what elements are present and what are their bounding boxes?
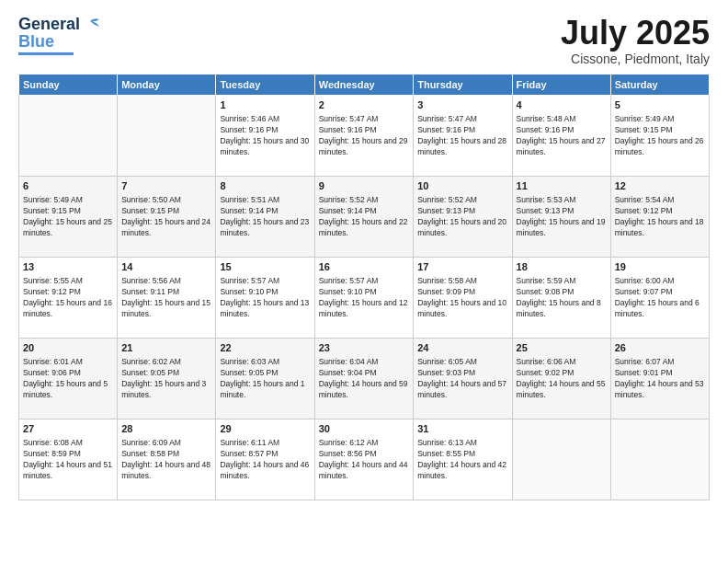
day-number: 22 — [220, 341, 310, 355]
day-number: 6 — [23, 179, 113, 193]
calendar-cell: 14Sunrise: 5:56 AMSunset: 9:11 PMDayligh… — [118, 257, 216, 338]
sunset-text: Sunset: 9:03 PM — [417, 368, 507, 379]
calendar-cell: 2Sunrise: 5:47 AMSunset: 9:16 PMDaylight… — [314, 95, 413, 176]
sunrise-text: Sunrise: 5:50 AM — [121, 195, 211, 206]
sunrise-text: Sunrise: 6:05 AM — [417, 357, 507, 368]
calendar-cell: 15Sunrise: 5:57 AMSunset: 9:10 PMDayligh… — [216, 257, 314, 338]
day-number: 25 — [517, 341, 607, 355]
week-row-4: 20Sunrise: 6:01 AMSunset: 9:06 PMDayligh… — [19, 338, 710, 419]
daylight-text: Daylight: 14 hours and 42 minutes. — [417, 460, 507, 482]
sunrise-text: Sunrise: 6:09 AM — [121, 438, 211, 449]
sunrise-text: Sunrise: 6:02 AM — [121, 357, 211, 368]
calendar-cell — [118, 95, 216, 176]
day-number: 9 — [319, 179, 409, 193]
sunset-text: Sunset: 9:07 PM — [615, 287, 705, 298]
header-sunday: Sunday — [19, 74, 118, 95]
calendar-cell: 23Sunrise: 6:04 AMSunset: 9:04 PMDayligh… — [314, 338, 413, 419]
daylight-text: Daylight: 15 hours and 16 minutes. — [23, 298, 113, 320]
header-monday: Monday — [118, 74, 216, 95]
sunset-text: Sunset: 9:12 PM — [23, 287, 113, 298]
daylight-text: Daylight: 15 hours and 20 minutes. — [417, 217, 507, 239]
calendar-cell: 25Sunrise: 6:06 AMSunset: 9:02 PMDayligh… — [512, 338, 610, 419]
daylight-text: Daylight: 15 hours and 12 minutes. — [319, 298, 409, 320]
daylight-text: Daylight: 14 hours and 48 minutes. — [121, 460, 211, 482]
calendar-cell: 20Sunrise: 6:01 AMSunset: 9:06 PMDayligh… — [19, 338, 118, 419]
sunrise-text: Sunrise: 6:08 AM — [23, 438, 113, 449]
sunrise-text: Sunrise: 6:11 AM — [220, 438, 310, 449]
calendar-cell: 28Sunrise: 6:09 AMSunset: 8:58 PMDayligh… — [118, 419, 216, 500]
sunset-text: Sunset: 8:56 PM — [319, 449, 409, 460]
day-number: 3 — [417, 98, 507, 112]
sunrise-text: Sunrise: 6:13 AM — [417, 438, 507, 449]
sunset-text: Sunset: 9:12 PM — [615, 206, 705, 217]
day-number: 2 — [319, 98, 409, 112]
logo-blue: Blue — [18, 32, 54, 52]
sunrise-text: Sunrise: 5:57 AM — [220, 276, 310, 287]
calendar-cell: 9Sunrise: 5:52 AMSunset: 9:14 PMDaylight… — [314, 176, 413, 257]
calendar-cell: 21Sunrise: 6:02 AMSunset: 9:05 PMDayligh… — [118, 338, 216, 419]
logo-general: General — [18, 15, 80, 34]
daylight-text: Daylight: 15 hours and 15 minutes. — [121, 298, 211, 320]
sunrise-text: Sunrise: 5:54 AM — [615, 195, 705, 206]
calendar-cell: 12Sunrise: 5:54 AMSunset: 9:12 PMDayligh… — [610, 176, 709, 257]
daylight-text: Daylight: 15 hours and 23 minutes. — [220, 217, 310, 239]
sunrise-text: Sunrise: 6:00 AM — [615, 276, 705, 287]
sunrise-text: Sunrise: 5:52 AM — [319, 195, 409, 206]
sunrise-text: Sunrise: 5:49 AM — [23, 195, 113, 206]
day-number: 20 — [23, 341, 113, 355]
month-title: July 2025 — [561, 15, 710, 52]
header-tuesday: Tuesday — [216, 74, 314, 95]
sunset-text: Sunset: 9:15 PM — [615, 125, 705, 136]
daylight-text: Daylight: 14 hours and 53 minutes. — [615, 379, 705, 401]
sunset-text: Sunset: 9:14 PM — [319, 206, 409, 217]
calendar-cell: 22Sunrise: 6:03 AMSunset: 9:05 PMDayligh… — [216, 338, 314, 419]
sunset-text: Sunset: 9:16 PM — [417, 125, 507, 136]
day-number: 5 — [615, 98, 705, 112]
week-row-1: 1Sunrise: 5:46 AMSunset: 9:16 PMDaylight… — [19, 95, 710, 176]
sunrise-text: Sunrise: 5:49 AM — [615, 114, 705, 125]
daylight-text: Daylight: 14 hours and 57 minutes. — [417, 379, 507, 401]
day-number: 30 — [319, 422, 409, 436]
sunrise-text: Sunrise: 6:01 AM — [23, 357, 113, 368]
daylight-text: Daylight: 15 hours and 24 minutes. — [121, 217, 211, 239]
daylight-text: Daylight: 15 hours and 28 minutes. — [417, 136, 507, 158]
day-number: 19 — [615, 260, 705, 274]
day-number: 28 — [121, 422, 211, 436]
calendar-cell: 4Sunrise: 5:48 AMSunset: 9:16 PMDaylight… — [512, 95, 610, 176]
calendar-page: General Blue July 2025 Cissone, Piedmont… — [0, 0, 728, 563]
week-row-5: 27Sunrise: 6:08 AMSunset: 8:59 PMDayligh… — [19, 419, 710, 500]
day-number: 23 — [319, 341, 409, 355]
daylight-text: Daylight: 15 hours and 6 minutes. — [615, 298, 705, 320]
daylight-text: Daylight: 15 hours and 22 minutes. — [319, 217, 409, 239]
sunset-text: Sunset: 9:10 PM — [220, 287, 310, 298]
sunrise-text: Sunrise: 5:48 AM — [517, 114, 607, 125]
day-number: 10 — [417, 179, 507, 193]
sunset-text: Sunset: 9:05 PM — [220, 368, 310, 379]
day-number: 27 — [23, 422, 113, 436]
sunset-text: Sunset: 9:15 PM — [23, 206, 113, 217]
calendar-cell: 13Sunrise: 5:55 AMSunset: 9:12 PMDayligh… — [19, 257, 118, 338]
sunrise-text: Sunrise: 6:07 AM — [615, 357, 705, 368]
week-row-3: 13Sunrise: 5:55 AMSunset: 9:12 PMDayligh… — [19, 257, 710, 338]
sunset-text: Sunset: 8:59 PM — [23, 449, 113, 460]
calendar-cell: 17Sunrise: 5:58 AMSunset: 9:09 PMDayligh… — [414, 257, 512, 338]
header-wednesday: Wednesday — [314, 74, 413, 95]
daylight-text: Daylight: 15 hours and 3 minutes. — [121, 379, 211, 401]
day-number: 29 — [220, 422, 310, 436]
sunset-text: Sunset: 8:55 PM — [417, 449, 507, 460]
sunrise-text: Sunrise: 5:46 AM — [220, 114, 310, 125]
day-number: 11 — [517, 179, 607, 193]
daylight-text: Daylight: 15 hours and 30 minutes. — [220, 136, 310, 158]
sunset-text: Sunset: 9:10 PM — [319, 287, 409, 298]
day-number: 4 — [517, 98, 607, 112]
calendar-cell: 16Sunrise: 5:57 AMSunset: 9:10 PMDayligh… — [314, 257, 413, 338]
sunrise-text: Sunrise: 6:06 AM — [517, 357, 607, 368]
daylight-text: Daylight: 14 hours and 44 minutes. — [319, 460, 409, 482]
day-number: 16 — [319, 260, 409, 274]
sunrise-text: Sunrise: 5:59 AM — [517, 276, 607, 287]
week-row-2: 6Sunrise: 5:49 AMSunset: 9:15 PMDaylight… — [19, 176, 710, 257]
sunset-text: Sunset: 9:13 PM — [517, 206, 607, 217]
sunrise-text: Sunrise: 6:04 AM — [319, 357, 409, 368]
sunset-text: Sunset: 9:11 PM — [121, 287, 211, 298]
sunset-text: Sunset: 8:57 PM — [220, 449, 310, 460]
